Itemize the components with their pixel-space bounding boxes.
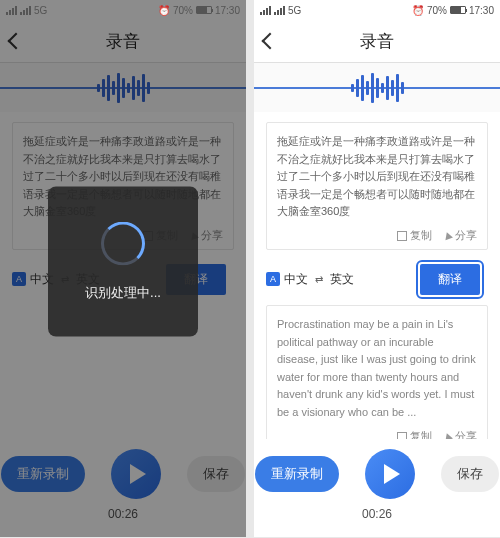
signal-icon-2 <box>20 6 31 15</box>
signal-icon <box>6 6 17 15</box>
lang-badge-icon: A <box>12 272 26 286</box>
copy-action[interactable]: 复制 <box>397 430 432 439</box>
share-icon <box>443 432 453 439</box>
waveform[interactable] <box>0 62 246 112</box>
transcript-text: 拖延症或许是一种痛李政道路或许是一种不治之症就好比我本来是只打算去喝水了过了二十… <box>277 133 477 221</box>
lang-from[interactable]: 中文 <box>284 271 308 288</box>
phone-right: 5G ⏰ 70% 17:30 录音 拖延症或许是一种痛李政道路或许是一种不治之症… <box>254 0 500 537</box>
lang-to[interactable]: 英文 <box>330 271 354 288</box>
translation-text: Procrastination may be a pain in Li's po… <box>277 316 477 422</box>
phone-left: 5G ⏰ 70% 17:30 录音 拖延症或许是一种痛李政道路或许是一种不治之症… <box>0 0 246 537</box>
play-button[interactable] <box>365 449 415 499</box>
battery-pct: 70% <box>427 5 447 16</box>
translate-button[interactable]: 翻译 <box>420 264 480 295</box>
waveform-blob <box>97 73 150 103</box>
lang-badge-icon: A <box>266 272 280 286</box>
save-button[interactable]: 保存 <box>187 456 245 492</box>
swap-icon[interactable]: ⇄ <box>315 274 323 285</box>
playback-time: 00:26 <box>362 507 392 521</box>
battery-icon <box>450 6 466 14</box>
alarm-icon: ⏰ <box>412 5 424 16</box>
bottom-controls: 重新录制 保存 00:26 <box>254 439 500 537</box>
status-bar: 5G ⏰ 70% 17:30 <box>0 0 246 20</box>
share-icon <box>443 231 453 240</box>
share-action[interactable]: 分享 <box>444 430 477 439</box>
page-title: 录音 <box>360 30 394 53</box>
play-button[interactable] <box>111 449 161 499</box>
transcript-card: 拖延症或许是一种痛李政道路或许是一种不治之症就好比我本来是只打算去喝水了过了二十… <box>266 122 488 250</box>
rerecord-button[interactable]: 重新录制 <box>255 456 339 492</box>
save-button[interactable]: 保存 <box>441 456 499 492</box>
battery-icon <box>196 6 212 14</box>
processing-label: 识别处理中... <box>85 283 161 301</box>
waveform-blob <box>351 73 404 103</box>
signal-icon-2 <box>274 6 285 15</box>
copy-icon <box>397 231 407 241</box>
clock: 17:30 <box>215 5 240 16</box>
processing-modal: 识别处理中... <box>48 186 198 336</box>
playback-time: 00:26 <box>108 507 138 521</box>
translation-card: Procrastination may be a pain in Li's po… <box>266 305 488 439</box>
header: 录音 <box>254 20 500 62</box>
waveform[interactable] <box>254 62 500 112</box>
alarm-icon: ⏰ <box>158 5 170 16</box>
status-bar: 5G ⏰ 70% 17:30 <box>254 0 500 20</box>
page-title: 录音 <box>106 30 140 53</box>
copy-icon <box>397 432 407 439</box>
network-label: 5G <box>288 5 301 16</box>
play-icon <box>384 464 400 484</box>
network-label: 5G <box>34 5 47 16</box>
language-row: A 中文 ⇄ 英文 翻译 <box>266 260 488 305</box>
play-icon <box>130 464 146 484</box>
battery-pct: 70% <box>173 5 193 16</box>
signal-icon <box>260 6 271 15</box>
back-icon[interactable] <box>262 33 279 50</box>
header: 录音 <box>0 20 246 62</box>
clock: 17:30 <box>469 5 494 16</box>
back-icon[interactable] <box>8 33 25 50</box>
bottom-controls: 重新录制 保存 00:26 <box>0 439 246 537</box>
rerecord-button[interactable]: 重新录制 <box>1 456 85 492</box>
spinner-icon <box>101 221 145 265</box>
copy-action[interactable]: 复制 <box>397 229 432 243</box>
share-action[interactable]: 分享 <box>444 229 477 243</box>
